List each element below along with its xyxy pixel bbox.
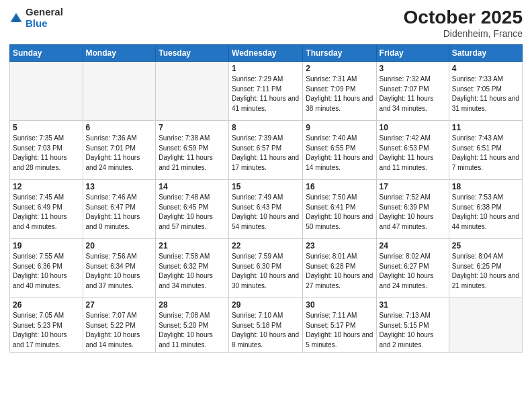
- day-number: 4: [452, 64, 519, 73]
- day-info: Sunrise: 7:59 AMSunset: 6:30 PMDaylight:…: [232, 252, 300, 291]
- table-row: 4Sunrise: 7:33 AMSunset: 7:05 PMDaylight…: [449, 62, 522, 121]
- table-row: 6Sunrise: 7:36 AMSunset: 7:01 PMDaylight…: [83, 121, 156, 180]
- day-info: Sunrise: 7:13 AMSunset: 5:15 PMDaylight:…: [380, 311, 446, 350]
- table-row: 31Sunrise: 7:13 AMSunset: 5:15 PMDayligh…: [376, 298, 449, 353]
- table-row: 23Sunrise: 8:01 AMSunset: 6:28 PMDayligh…: [303, 239, 376, 298]
- logo-text: General Blue: [26, 7, 63, 29]
- day-number: 26: [13, 300, 80, 310]
- day-info: Sunrise: 7:46 AMSunset: 6:47 PMDaylight:…: [86, 193, 153, 232]
- table-row: 21Sunrise: 7:58 AMSunset: 6:32 PMDayligh…: [156, 239, 229, 298]
- day-info: Sunrise: 7:43 AMSunset: 6:51 PMDaylight:…: [452, 134, 519, 173]
- table-row: 22Sunrise: 7:59 AMSunset: 6:30 PMDayligh…: [229, 239, 303, 298]
- day-info: Sunrise: 7:05 AMSunset: 5:23 PMDaylight:…: [13, 311, 80, 350]
- col-saturday: Saturday: [449, 45, 522, 62]
- table-row: 24Sunrise: 8:02 AMSunset: 6:27 PMDayligh…: [376, 239, 449, 298]
- calendar-subtitle: Didenheim, France: [404, 28, 523, 39]
- day-info: Sunrise: 7:56 AMSunset: 6:34 PMDaylight:…: [86, 252, 153, 291]
- calendar-week-row: 5Sunrise: 7:35 AMSunset: 7:03 PMDaylight…: [10, 121, 523, 180]
- table-row: 26Sunrise: 7:05 AMSunset: 5:23 PMDayligh…: [10, 298, 83, 353]
- day-number: 19: [13, 241, 80, 250]
- calendar-table: Sunday Monday Tuesday Wednesday Thursday…: [9, 44, 523, 353]
- day-number: 17: [380, 182, 446, 191]
- day-number: 7: [159, 123, 226, 132]
- day-number: 25: [452, 241, 519, 250]
- day-info: Sunrise: 7:53 AMSunset: 6:38 PMDaylight:…: [452, 193, 519, 232]
- day-info: Sunrise: 8:01 AMSunset: 6:28 PMDaylight:…: [306, 252, 373, 291]
- day-number: 13: [86, 182, 153, 191]
- col-tuesday: Tuesday: [156, 45, 229, 62]
- table-row: 5Sunrise: 7:35 AMSunset: 7:03 PMDaylight…: [10, 121, 83, 180]
- col-thursday: Thursday: [303, 45, 376, 62]
- day-number: 20: [86, 241, 153, 250]
- table-row: 27Sunrise: 7:07 AMSunset: 5:22 PMDayligh…: [83, 298, 156, 353]
- table-row: 10Sunrise: 7:42 AMSunset: 6:53 PMDayligh…: [376, 121, 449, 180]
- day-number: 10: [380, 123, 446, 132]
- day-number: 14: [159, 182, 226, 191]
- table-row: 2Sunrise: 7:31 AMSunset: 7:09 PMDaylight…: [303, 62, 376, 121]
- day-number: 18: [452, 182, 519, 191]
- day-info: Sunrise: 7:52 AMSunset: 6:39 PMDaylight:…: [380, 193, 446, 232]
- day-info: Sunrise: 7:07 AMSunset: 5:22 PMDaylight:…: [86, 311, 153, 350]
- day-number: 27: [86, 300, 153, 310]
- table-row: [10, 62, 83, 121]
- day-info: Sunrise: 7:45 AMSunset: 6:49 PMDaylight:…: [13, 193, 80, 232]
- table-row: 8Sunrise: 7:39 AMSunset: 6:57 PMDaylight…: [229, 121, 303, 180]
- table-row: 13Sunrise: 7:46 AMSunset: 6:47 PMDayligh…: [83, 180, 156, 239]
- day-number: 15: [232, 182, 300, 191]
- table-row: 25Sunrise: 8:04 AMSunset: 6:25 PMDayligh…: [449, 239, 522, 298]
- day-info: Sunrise: 7:32 AMSunset: 7:07 PMDaylight:…: [380, 75, 446, 113]
- col-monday: Monday: [83, 45, 156, 62]
- calendar-week-row: 26Sunrise: 7:05 AMSunset: 5:23 PMDayligh…: [10, 298, 523, 353]
- logo-blue-text: Blue: [26, 18, 63, 30]
- table-row: 1Sunrise: 7:29 AMSunset: 7:11 PMDaylight…: [229, 62, 303, 121]
- day-number: 3: [380, 64, 446, 73]
- day-number: 30: [306, 300, 373, 310]
- table-row: 30Sunrise: 7:11 AMSunset: 5:17 PMDayligh…: [303, 298, 376, 353]
- day-info: Sunrise: 7:35 AMSunset: 7:03 PMDaylight:…: [13, 134, 80, 173]
- table-row: [449, 298, 522, 353]
- day-info: Sunrise: 7:39 AMSunset: 6:57 PMDaylight:…: [232, 134, 300, 173]
- table-row: 18Sunrise: 7:53 AMSunset: 6:38 PMDayligh…: [449, 180, 522, 239]
- day-number: 1: [232, 64, 300, 73]
- calendar-week-row: 1Sunrise: 7:29 AMSunset: 7:11 PMDaylight…: [10, 62, 523, 121]
- day-info: Sunrise: 7:42 AMSunset: 6:53 PMDaylight:…: [380, 134, 446, 173]
- calendar-week-row: 19Sunrise: 7:55 AMSunset: 6:36 PMDayligh…: [10, 239, 523, 298]
- day-info: Sunrise: 7:48 AMSunset: 6:45 PMDaylight:…: [159, 193, 226, 232]
- logo: General Blue: [9, 7, 63, 29]
- table-row: [83, 62, 156, 121]
- day-info: Sunrise: 8:04 AMSunset: 6:25 PMDaylight:…: [452, 252, 519, 291]
- table-row: 3Sunrise: 7:32 AMSunset: 7:07 PMDaylight…: [376, 62, 449, 121]
- page: General Blue October 2025 Didenheim, Fra…: [0, 0, 532, 411]
- day-info: Sunrise: 7:29 AMSunset: 7:11 PMDaylight:…: [232, 75, 300, 113]
- header: General Blue October 2025 Didenheim, Fra…: [9, 7, 523, 39]
- table-row: 7Sunrise: 7:38 AMSunset: 6:59 PMDaylight…: [156, 121, 229, 180]
- table-row: 16Sunrise: 7:50 AMSunset: 6:41 PMDayligh…: [303, 180, 376, 239]
- day-number: 12: [13, 182, 80, 191]
- col-friday: Friday: [376, 45, 449, 62]
- day-number: 9: [306, 123, 373, 132]
- day-info: Sunrise: 7:08 AMSunset: 5:20 PMDaylight:…: [159, 311, 226, 350]
- day-info: Sunrise: 7:49 AMSunset: 6:43 PMDaylight:…: [232, 193, 300, 232]
- table-row: [156, 62, 229, 121]
- day-number: 5: [13, 123, 80, 132]
- title-block: October 2025 Didenheim, France: [404, 7, 523, 39]
- day-info: Sunrise: 7:10 AMSunset: 5:18 PMDaylight:…: [232, 311, 300, 350]
- day-info: Sunrise: 7:38 AMSunset: 6:59 PMDaylight:…: [159, 134, 226, 173]
- table-row: 19Sunrise: 7:55 AMSunset: 6:36 PMDayligh…: [10, 239, 83, 298]
- table-row: 14Sunrise: 7:48 AMSunset: 6:45 PMDayligh…: [156, 180, 229, 239]
- day-info: Sunrise: 7:55 AMSunset: 6:36 PMDaylight:…: [13, 252, 80, 291]
- day-info: Sunrise: 7:36 AMSunset: 7:01 PMDaylight:…: [86, 134, 153, 173]
- table-row: 15Sunrise: 7:49 AMSunset: 6:43 PMDayligh…: [229, 180, 303, 239]
- table-row: 28Sunrise: 7:08 AMSunset: 5:20 PMDayligh…: [156, 298, 229, 353]
- day-number: 31: [380, 300, 446, 310]
- day-info: Sunrise: 8:02 AMSunset: 6:27 PMDaylight:…: [380, 252, 446, 291]
- day-info: Sunrise: 7:33 AMSunset: 7:05 PMDaylight:…: [452, 75, 519, 113]
- day-number: 22: [232, 241, 300, 250]
- col-sunday: Sunday: [10, 45, 83, 62]
- day-number: 16: [306, 182, 373, 191]
- day-info: Sunrise: 7:58 AMSunset: 6:32 PMDaylight:…: [159, 252, 226, 291]
- day-number: 24: [380, 241, 446, 250]
- col-wednesday: Wednesday: [229, 45, 303, 62]
- logo-general-text: General: [26, 7, 63, 18]
- day-number: 2: [306, 64, 373, 73]
